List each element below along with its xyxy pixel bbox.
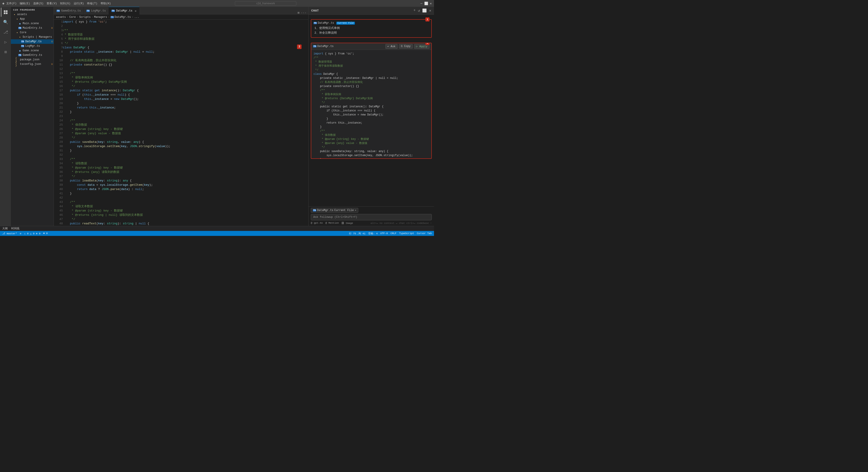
code-line: } (63, 149, 308, 153)
table-row: 40 return data ? JSON.parse(data) : null… (54, 187, 308, 191)
sidebar-item-assets[interactable]: ▾ assets (11, 12, 54, 17)
notifications[interactable]: ♥ 0 (43, 232, 48, 235)
code-line: private constructor() {} (63, 63, 308, 67)
indent-size[interactable]: 空格: 4 (368, 232, 378, 235)
line-number: 33 (54, 157, 63, 161)
table-row: 17 public static get instance(): DataMgr… (54, 88, 308, 93)
encoding[interactable]: UTF-8 (380, 232, 388, 235)
copilot-status[interactable]: Cursor Tab (417, 232, 432, 235)
menu-goto[interactable]: 转到(G) (60, 2, 70, 5)
editor-area: TS GameEntry.ts TS LogMgr.ts TS DataMgr.… (54, 7, 309, 226)
cursor-position[interactable]: 行 75，列 41 (349, 232, 366, 235)
line-number: 6 (54, 41, 63, 45)
activity-search[interactable]: 🔍 (1, 18, 10, 27)
chat-input-box[interactable]: Ask followup (Ctrl+Shift+Y) (311, 214, 432, 220)
search-bar[interactable] (235, 1, 296, 6)
line-number: 5 (54, 37, 63, 41)
image-hint[interactable]: 🖼 Image (342, 222, 353, 225)
chat-close-button[interactable]: ✕ (429, 8, 431, 13)
code-editor[interactable]: 3 1 import { sys } from 'cc'; 2 3 /** 4 … (54, 20, 308, 226)
chat-tag-close[interactable]: ✕ (355, 209, 356, 212)
breadcrumb-core[interactable]: Core (69, 15, 76, 19)
line-endings[interactable]: CRLF (391, 232, 397, 235)
folder-icon-app: ▾ (16, 17, 19, 21)
timeline-tab[interactable]: 时间线 (11, 227, 20, 230)
model-hint[interactable]: @ gpt-4o (311, 222, 323, 225)
menu-edit[interactable]: 编辑(E) (20, 2, 30, 5)
language-mode[interactable]: TypeScript (399, 232, 414, 235)
more-actions-button[interactable]: ··· (301, 11, 307, 15)
minimize-button[interactable]: — (421, 2, 422, 5)
maximize-button[interactable]: ⬜ (424, 2, 428, 5)
breadcrumb-managers[interactable]: Managers (94, 15, 107, 19)
breadcrumb-scripts[interactable]: Scripts (79, 15, 90, 19)
tab-logmgr[interactable]: TS LogMgr.ts (84, 7, 109, 15)
menu-view[interactable]: 查看(V) (46, 2, 57, 5)
tab-close-datamgr[interactable]: ✕ (135, 9, 136, 13)
activity-git[interactable]: ⎇ (1, 28, 10, 37)
menu-select[interactable]: 选择(S) (33, 2, 43, 5)
code-line: return data ? JSON.parse(data) : null; (63, 187, 308, 191)
code-line: * 获取单例实例 (63, 75, 308, 80)
table-row: 28 */ (54, 135, 308, 140)
code-line: /** (63, 157, 308, 161)
sidebar-item-mainentry[interactable]: TS MainEntry.ts U (11, 26, 54, 30)
problems-indicator[interactable]: ⚠ 0 △ 0 ⊗ 0 (24, 232, 40, 235)
tab-datamgr[interactable]: TS DataMgr.ts ✕ (109, 7, 140, 15)
line-number: 9 (54, 54, 63, 58)
code-line: /** (63, 200, 308, 204)
breadcrumb-ellipsis[interactable]: ... (134, 15, 139, 19)
chat-code-line: * @returns {DataMgr} DataMgr实例 (313, 96, 429, 100)
ts-icon-datamgr: TS (21, 40, 24, 43)
copy-button[interactable]: ⎘ Copy (399, 44, 413, 49)
ts-icon-tag: TS (313, 209, 316, 212)
title-bar-left: ◈ 文件(F) 编辑(E) 选择(S) 查看(V) 转到(G) 运行(R) 终端… (2, 1, 111, 6)
sidebar-item-app[interactable]: ▾ App (11, 17, 54, 21)
activity-debug[interactable]: ▷ (1, 37, 10, 46)
line-number: 38 (54, 179, 63, 183)
outline-tab[interactable]: 大纲 (2, 227, 8, 230)
code-line: * @param {string} key - 数据键 (63, 209, 308, 213)
activity-extensions[interactable]: ⊞ (1, 48, 10, 57)
sidebar-item-tsconfig[interactable]: { } tsconfig.json U (11, 62, 54, 66)
menu-run[interactable]: 运行(R) (74, 2, 84, 5)
sidebar-item-logmgr[interactable]: TS LogMgr.ts (11, 44, 54, 49)
git-branch[interactable]: ⎇ master* (2, 232, 17, 235)
menu-terminal[interactable]: 终端(T) (87, 2, 97, 5)
search-input[interactable] (235, 1, 296, 6)
chat-input-area: TS DataMgr.ts Current File ✕ Ask followu… (309, 206, 434, 226)
ask-button[interactable]: ↩ Ask (385, 44, 398, 49)
chat-history-button[interactable]: ↺ (418, 8, 420, 13)
sidebar-item-datamgr[interactable]: TS DataMgr.ts U (11, 39, 54, 44)
table-row: 39 const data = sys.localStorage.getItem… (54, 183, 308, 187)
chat-code-line: class DataMgr { (313, 72, 429, 76)
activity-explorer[interactable] (1, 8, 10, 17)
sidebar-item-package-json[interactable]: { } package.json (11, 57, 54, 62)
sidebar-item-main-scene[interactable]: ◉ Main.scene (11, 21, 54, 26)
sync-button[interactable]: ⊙ (20, 232, 22, 235)
menu-help[interactable]: 帮助(H) (101, 2, 111, 5)
main-layout: 🔍 ⎇ ▷ ⊞ C2D FRAMEWORK ▾ assets ▾ App (0, 7, 434, 226)
table-row: 47 */ (54, 217, 308, 221)
breadcrumb-file[interactable]: TS DataMgr.ts (111, 15, 131, 19)
mention-hint[interactable]: @ Mention (326, 222, 339, 225)
menu-file[interactable]: 文件(F) (6, 2, 17, 5)
split-editor-button[interactable]: ⊞ (298, 11, 299, 15)
close-button[interactable]: ✕ (430, 2, 432, 5)
context-item-1: 1、使用惰汉式单例 (313, 26, 429, 31)
table-row: 11 private constructor() {} (54, 63, 308, 67)
sidebar-item-game-scene[interactable]: ◉ Game.scene (11, 49, 54, 53)
svg-rect-1 (6, 10, 7, 12)
tsconfig-badge: U (51, 63, 53, 65)
chat-new-button[interactable]: + (413, 8, 416, 13)
breadcrumb-assets[interactable]: assets (56, 15, 66, 19)
chat-layout-button[interactable]: ⬜ (422, 8, 427, 13)
sidebar-item-gameentry[interactable]: TS GameEntry.ts (11, 53, 54, 57)
code-line (63, 114, 308, 118)
line-number: 2 (54, 24, 63, 28)
tab-gameentry[interactable]: TS GameEntry.ts (54, 7, 84, 15)
sidebar-item-core[interactable]: ▾ Core (11, 30, 54, 35)
chat-body[interactable]: 1 TS DataMgr.ts Current File 1、使用惰汉式单例 2… (309, 15, 434, 206)
line-number: 13 (54, 71, 63, 75)
sidebar-item-scripts-managers[interactable]: ▾ Scripts | Managers (11, 35, 54, 39)
